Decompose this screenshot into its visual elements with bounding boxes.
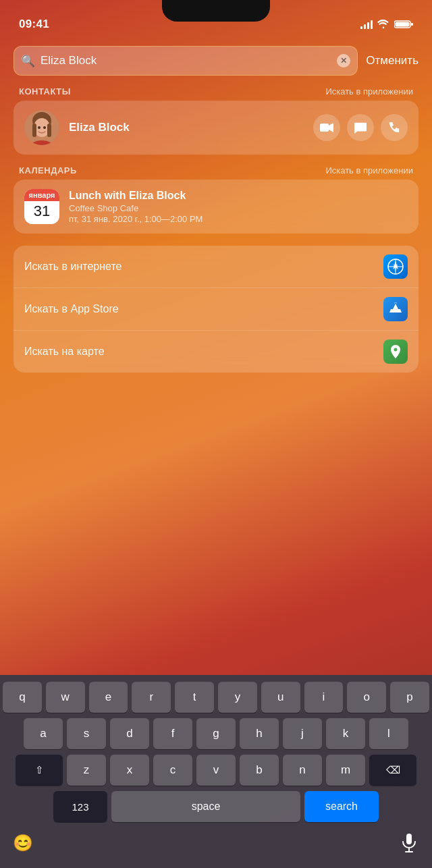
search-input[interactable]: Eliza Block [40, 54, 331, 67]
key-j[interactable]: j [283, 718, 322, 749]
key-b[interactable]: b [240, 755, 279, 786]
calendar-section-header: КАЛЕНДАРЬ Искать в приложении [0, 165, 432, 175]
svg-rect-11 [320, 124, 329, 132]
suggestion-web[interactable]: Искать в интернете [14, 246, 418, 288]
contact-name: Eliza Block [69, 121, 304, 134]
key-y[interactable]: y [218, 682, 257, 713]
video-call-button[interactable] [313, 114, 340, 141]
avatar [24, 110, 59, 145]
key-r[interactable]: r [132, 682, 171, 713]
key-t[interactable]: t [175, 682, 214, 713]
key-s[interactable]: s [67, 718, 106, 749]
keyboard-row-3: ⇧ z x c v b n m ⌫ [3, 755, 429, 786]
key-e[interactable]: e [89, 682, 128, 713]
keyboard[interactable]: q w e r t y u i o p a s d f g h j k l ⇧ … [0, 675, 432, 868]
svg-marker-12 [329, 123, 333, 132]
key-f[interactable]: f [153, 718, 192, 749]
key-c[interactable]: c [153, 755, 192, 786]
shift-key[interactable]: ⇧ [16, 755, 63, 786]
search-icon: 🔍 [21, 54, 35, 68]
svg-point-8 [38, 126, 40, 129]
calendar-card[interactable]: января 31 Lunch with Eliza Block Coffee … [14, 180, 418, 234]
key-m[interactable]: m [326, 755, 365, 786]
contact-actions [313, 114, 408, 141]
svg-rect-7 [47, 124, 51, 137]
keyboard-accessories: 😊 [3, 828, 429, 865]
svg-rect-19 [406, 834, 412, 844]
phone-call-button[interactable] [381, 114, 408, 141]
backspace-key[interactable]: ⌫ [369, 755, 416, 786]
space-key[interactable]: space [111, 791, 300, 822]
wifi-icon [377, 20, 389, 29]
keyboard-row-2: a s d f g h j k l [3, 718, 429, 749]
key-n[interactable]: n [283, 755, 322, 786]
key-h[interactable]: h [240, 718, 279, 749]
key-x[interactable]: x [110, 755, 149, 786]
signal-icon [360, 20, 373, 29]
event-info: Lunch with Eliza Block Coffee Shop Cafe … [69, 190, 408, 224]
maps-icon [383, 340, 408, 364]
key-o[interactable]: o [347, 682, 386, 713]
svg-rect-1 [411, 23, 413, 26]
contact-card[interactable]: Eliza Block [14, 101, 418, 155]
key-w[interactable]: w [46, 682, 85, 713]
cancel-button[interactable]: Отменить [366, 54, 418, 67]
search-bar-container: 🔍 Eliza Block ✕ Отменить [14, 46, 418, 76]
calendar-icon: января 31 [24, 189, 59, 224]
svg-rect-2 [396, 22, 410, 27]
phone-frame: 09:41 🔍 Eliza Block ✕ Отменить [0, 0, 432, 868]
safari-icon [383, 254, 408, 279]
suggestions-list: Искать в интернете Искать в App Store [14, 246, 418, 373]
suggestion-maps-label: Искать на карте [24, 346, 105, 358]
status-time: 09:41 [19, 18, 49, 31]
appstore-icon [383, 297, 408, 321]
clear-button[interactable]: ✕ [337, 54, 350, 67]
svg-point-18 [394, 348, 398, 352]
suggestion-maps[interactable]: Искать на карте [14, 331, 418, 373]
event-location: Coffee Shop Cafe [69, 203, 408, 213]
contacts-label: КОНТАКТЫ [19, 86, 71, 97]
key-g[interactable]: g [196, 718, 236, 749]
search-key[interactable]: search [304, 791, 379, 822]
battery-icon [394, 20, 413, 29]
key-k[interactable]: k [326, 718, 365, 749]
keyboard-row-1: q w e r t y u i o p [3, 682, 429, 713]
key-v[interactable]: v [196, 755, 236, 786]
cal-month: января [24, 189, 59, 201]
key-q[interactable]: q [3, 682, 42, 713]
key-p[interactable]: p [390, 682, 429, 713]
message-button[interactable] [347, 114, 374, 141]
emoji-button[interactable]: 😊 [5, 828, 40, 859]
search-bar[interactable]: 🔍 Eliza Block ✕ [14, 46, 358, 76]
mic-button[interactable] [392, 828, 427, 859]
suggestion-appstore[interactable]: Искать в App Store [14, 288, 418, 331]
numbers-key[interactable]: 123 [53, 791, 107, 822]
keyboard-bottom-row: 123 space search [3, 791, 429, 822]
suggestion-appstore-label: Искать в App Store [24, 303, 119, 315]
svg-rect-6 [32, 124, 36, 137]
key-d[interactable]: d [110, 718, 149, 749]
contacts-search-in-app[interactable]: Искать в приложении [325, 86, 413, 97]
key-u[interactable]: u [261, 682, 300, 713]
key-a[interactable]: a [24, 718, 63, 749]
calendar-search-in-app[interactable]: Искать в приложении [325, 165, 413, 175]
key-l[interactable]: l [369, 718, 408, 749]
status-icons [360, 20, 413, 29]
svg-point-9 [43, 126, 46, 129]
calendar-label: КАЛЕНДАРЬ [19, 165, 77, 175]
contacts-section-header: КОНТАКТЫ Искать в приложении [0, 86, 432, 97]
suggestion-web-label: Искать в интернете [24, 261, 122, 273]
event-title: Lunch with Eliza Block [69, 190, 408, 202]
event-time: пт, 31 янв. 2020 г., 1:00—2:00 PM [69, 214, 408, 224]
key-i[interactable]: i [304, 682, 344, 713]
key-z[interactable]: z [67, 755, 106, 786]
notch [162, 0, 270, 22]
cal-day: 31 [24, 201, 59, 221]
